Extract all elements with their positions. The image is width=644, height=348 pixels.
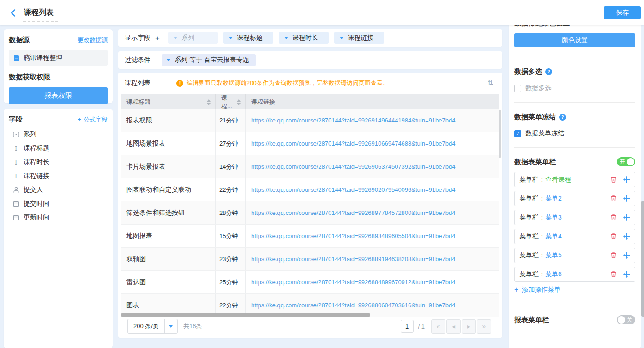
course-url-link[interactable]: https://ke.qq.com/course/2870144?taid=99… <box>251 117 455 124</box>
course-url-link[interactable]: https://ke.qq.com/course/2870144?taid=99… <box>251 302 455 309</box>
menu-value[interactable]: 菜单2 <box>545 195 562 203</box>
add-action-menu-link[interactable]: + 添加操作菜单 <box>514 286 635 294</box>
move-icon[interactable] <box>623 195 630 202</box>
menu-item: 菜单栏： 菜单2 <box>514 191 635 206</box>
course-url-link[interactable]: https://ke.qq.com/course/2870144?taid=99… <box>251 140 455 147</box>
course-url-link[interactable]: https://ke.qq.com/course/2870144?taid=99… <box>251 209 455 216</box>
table-row: 雷达图 25分钟 https://ke.qq.com/course/287014… <box>121 271 499 294</box>
trash-icon[interactable] <box>610 252 617 259</box>
page-size-select[interactable]: 200 条/页 <box>127 319 178 334</box>
trash-icon[interactable] <box>610 176 617 183</box>
column-header-course-link[interactable]: 课程链接 <box>246 94 499 110</box>
move-icon[interactable] <box>623 233 630 240</box>
move-icon[interactable] <box>623 271 630 278</box>
checkbox-unchecked[interactable] <box>514 85 521 92</box>
move-icon[interactable] <box>623 176 630 183</box>
menu-prefix: 菜单栏： <box>519 251 545 260</box>
field-tag-series[interactable]: 系列 <box>168 32 218 44</box>
field-tag-course-title[interactable]: 课程标题 <box>223 32 273 44</box>
cell-course-title: 图表联动和自定义联动 <box>121 178 216 201</box>
field-tag-course-link[interactable]: 课程链接 <box>334 32 384 44</box>
menu-value[interactable]: 查看课程 <box>545 176 571 184</box>
move-icon[interactable] <box>623 252 630 259</box>
cell-duration: 23分钟 <box>216 248 246 270</box>
course-url-link[interactable]: https://ke.qq.com/course/2870144?taid=99… <box>251 232 455 239</box>
last-page-button[interactable]: » <box>477 319 491 334</box>
sort-toggle-icon[interactable]: ⇅ <box>484 78 496 88</box>
course-url-link[interactable]: https://ke.qq.com/course/2870144?taid=99… <box>251 186 455 193</box>
select-field-icon <box>12 131 19 138</box>
cell-course-link: https://ke.qq.com/course/2870144?taid=99… <box>246 109 499 132</box>
cell-course-link: https://ke.qq.com/course/2870144?taid=99… <box>246 132 499 155</box>
field-item-course-link[interactable]: I 课程链接 <box>9 169 108 183</box>
datasource-item[interactable]: 腾讯课程整理 <box>9 50 108 66</box>
report-menu-toggle-off[interactable]: 关 <box>617 315 635 324</box>
help-icon[interactable]: ? <box>545 68 552 75</box>
total-count: 共16条 <box>183 322 202 330</box>
field-label: 系列 <box>24 130 36 139</box>
prev-page-button[interactable]: ◂ <box>446 319 461 334</box>
trash-icon[interactable] <box>610 233 617 240</box>
filter-condition-tag[interactable]: 系列 等于 百宝云报表专题 <box>162 54 256 66</box>
toggle-knob <box>618 316 625 324</box>
trash-icon[interactable] <box>610 271 617 278</box>
course-table: 课程标题 课程... 课程链接 报表权限 21分钟 https://ke.qq.… <box>121 94 499 317</box>
add-formula-field-link[interactable]: + 公式字段 <box>78 116 108 124</box>
multi-select-title: 数据多选 <box>514 67 542 76</box>
sort-arrows-icon[interactable] <box>207 99 211 105</box>
horizontal-scrollbar[interactable] <box>121 313 370 317</box>
text-field-icon: I <box>12 173 19 180</box>
column-header-course-title[interactable]: 课程标题 <box>121 94 216 110</box>
menu-value[interactable]: 菜单6 <box>545 270 562 279</box>
table-vertical-scrollbar[interactable] <box>499 110 501 158</box>
toggle-knob <box>627 158 634 165</box>
course-url-link[interactable]: https://ke.qq.com/course/2870144?taid=99… <box>251 163 455 170</box>
filter-condition-label: 系列 等于 百宝云报表专题 <box>175 56 249 64</box>
menu-value[interactable]: 菜单5 <box>545 251 562 260</box>
menu-freeze-checkbox-row[interactable]: ✓ 数据菜单冻结 <box>514 129 635 138</box>
field-item-course-title[interactable]: I 课程标题 <box>9 141 108 155</box>
column-header-course-duration[interactable]: 课程... <box>216 94 246 110</box>
checkbox-checked[interactable]: ✓ <box>514 130 521 137</box>
change-datasource-link[interactable]: 更改数据源 <box>78 36 108 44</box>
add-display-field-icon[interactable]: + <box>155 34 160 42</box>
report-permission-button[interactable]: 报表权限 <box>9 87 108 104</box>
multi-select-checkbox-row[interactable]: 数据多选 <box>514 84 635 92</box>
field-tag-course-duration[interactable]: 课程时长 <box>279 32 329 44</box>
color-settings-button[interactable]: 颜色设置 <box>514 33 635 47</box>
back-icon[interactable] <box>9 9 18 17</box>
field-item-submit-time[interactable]: 提交时间 <box>9 197 108 211</box>
field-item-update-time[interactable]: 更新时间 <box>9 211 108 225</box>
menu-item: 菜单栏： 菜单4 <box>514 229 635 244</box>
cell-duration: 28分钟 <box>216 201 246 224</box>
chevron-down-icon <box>164 319 177 333</box>
cell-course-title: 筛选条件和筛选按钮 <box>121 201 216 224</box>
datasource-name: 腾讯课程整理 <box>24 54 62 62</box>
menu-value[interactable]: 菜单4 <box>545 232 562 241</box>
column-label: 课程... <box>221 94 237 110</box>
field-item-series[interactable]: 系列 <box>9 128 108 141</box>
table-row: 地图场景报表 27分钟 https://ke.qq.com/course/287… <box>121 132 499 155</box>
table-menu-toggle-on[interactable]: 开 <box>617 157 635 166</box>
save-button[interactable]: 保存 <box>604 6 641 19</box>
chevron-down-icon <box>229 37 233 39</box>
trash-icon[interactable] <box>610 195 617 202</box>
course-url-link[interactable]: https://ke.qq.com/course/2870144?taid=99… <box>251 256 455 263</box>
cell-duration: 21分钟 <box>216 109 246 132</box>
field-item-submitter[interactable]: 提交人 <box>9 183 108 197</box>
first-page-button[interactable]: « <box>431 319 445 334</box>
page-number-input[interactable] <box>401 320 414 333</box>
datasource-panel: 数据源 更改数据源 腾讯课程整理 数据获取权限 报表权限 <box>4 29 113 103</box>
page-vertical-scrollbar[interactable] <box>641 201 644 317</box>
fields-panel: 字段 + 公式字段 系列 I 课程标题 I 课程时长 I <box>4 109 113 348</box>
menu-value[interactable]: 菜单3 <box>545 214 562 222</box>
sort-arrows-icon[interactable] <box>237 99 241 105</box>
field-item-course-duration[interactable]: I 课程时长 <box>9 155 108 169</box>
next-page-button[interactable]: ▸ <box>462 319 476 334</box>
move-icon[interactable] <box>623 214 630 221</box>
course-url-link[interactable]: https://ke.qq.com/course/2870144?taid=99… <box>251 279 455 286</box>
display-fields-bar: 显示字段 + 系列 课程标题 课程时长 课程链接 <box>118 29 502 47</box>
trash-icon[interactable] <box>610 214 617 221</box>
toggle-off-label: 关 <box>627 317 632 324</box>
help-icon[interactable]: ? <box>559 114 566 121</box>
